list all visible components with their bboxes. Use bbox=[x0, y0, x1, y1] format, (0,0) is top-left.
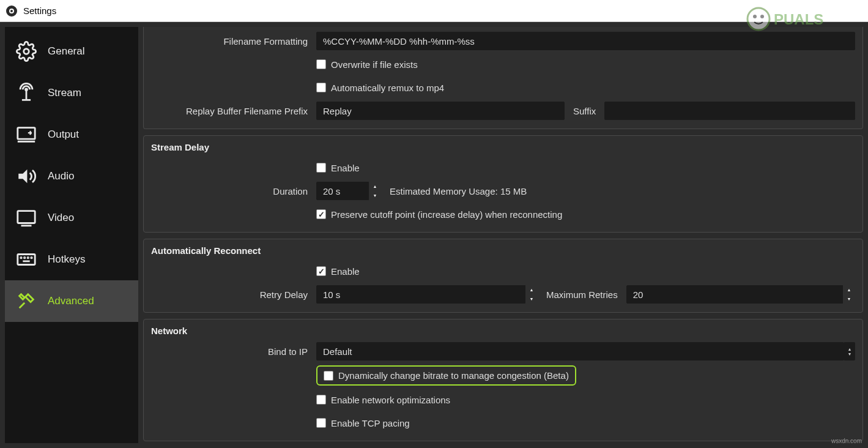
svg-point-13 bbox=[31, 257, 32, 258]
max-retries-input[interactable] bbox=[626, 285, 843, 304]
checkbox-icon bbox=[316, 163, 326, 173]
sidebar-item-label: Stream bbox=[48, 87, 81, 99]
dynamic-bitrate-label: Dynamically change bitrate to manage con… bbox=[338, 370, 569, 381]
auto-remux-checkbox[interactable]: Automatically remux to mp4 bbox=[316, 83, 444, 93]
tcp-pacing-checkbox[interactable]: Enable TCP pacing bbox=[316, 418, 410, 428]
svg-rect-7 bbox=[18, 211, 35, 223]
svg-marker-6 bbox=[18, 170, 27, 184]
sidebar-item-video[interactable]: Video bbox=[5, 197, 138, 239]
replay-prefix-label: Replay Buffer Filename Prefix bbox=[151, 106, 311, 116]
svg-rect-9 bbox=[18, 255, 35, 265]
retry-delay-spinner[interactable]: ▲ ▼ bbox=[316, 285, 538, 304]
svg-point-12 bbox=[28, 257, 28, 258]
broadcast-icon bbox=[13, 80, 39, 106]
svg-point-1 bbox=[26, 89, 28, 91]
sidebar-item-label: General bbox=[48, 45, 84, 58]
bind-ip-label: Bind to IP bbox=[151, 346, 311, 357]
max-retries-spinner[interactable]: ▲ ▼ bbox=[626, 285, 855, 304]
svg-point-11 bbox=[24, 257, 24, 258]
retry-delay-label: Retry Delay bbox=[151, 289, 311, 300]
bind-ip-select[interactable]: Default ▲▼ bbox=[316, 342, 855, 360]
enable-label: Enable bbox=[331, 266, 360, 277]
sidebar-item-general[interactable]: General bbox=[5, 31, 138, 72]
sidebar-item-label: Video bbox=[48, 212, 74, 224]
sidebar-item-audio[interactable]: Audio bbox=[5, 155, 138, 197]
watermark-url: wsxdn.com bbox=[831, 438, 862, 444]
sidebar-item-advanced[interactable]: Advanced bbox=[5, 280, 138, 322]
network-title: Network bbox=[151, 326, 855, 336]
gear-icon bbox=[13, 39, 39, 64]
checkbox-icon bbox=[316, 83, 326, 92]
sidebar-item-output[interactable]: Output bbox=[5, 114, 138, 155]
auto-reconnect-title: Automatically Reconnect bbox=[151, 245, 855, 256]
settings-content: Filename Formatting Overwrite if file ex… bbox=[143, 27, 863, 443]
overwrite-label: Overwrite if file exists bbox=[331, 59, 418, 70]
duration-label: Duration bbox=[151, 186, 311, 196]
window-titlebar: Settings bbox=[0, 0, 868, 22]
stream-delay-title: Stream Delay bbox=[151, 142, 855, 152]
overwrite-checkbox[interactable]: Overwrite if file exists bbox=[316, 59, 418, 70]
audio-icon bbox=[13, 163, 39, 189]
network-group: Network Bind to IP Default ▲▼ bbox=[143, 319, 863, 441]
replay-prefix-input[interactable] bbox=[316, 102, 565, 120]
sidebar-item-stream[interactable]: Stream bbox=[5, 72, 138, 114]
spinner-buttons[interactable]: ▲ ▼ bbox=[525, 285, 538, 304]
output-icon bbox=[13, 122, 39, 147]
enable-label: Enable bbox=[331, 163, 360, 173]
svg-point-10 bbox=[21, 257, 21, 258]
video-icon bbox=[13, 205, 39, 231]
sidebar-item-hotkeys[interactable]: Hotkeys bbox=[5, 239, 138, 280]
checkbox-icon bbox=[316, 395, 326, 405]
filename-formatting-label: Filename Formatting bbox=[151, 36, 311, 47]
checkbox-checked-icon bbox=[316, 209, 326, 219]
window-title: Settings bbox=[23, 6, 56, 16]
reconnect-enable-checkbox[interactable]: Enable bbox=[316, 266, 360, 277]
spin-up-icon[interactable]: ▲ bbox=[843, 285, 855, 294]
duration-input[interactable] bbox=[316, 182, 369, 200]
sidebar-item-label: Hotkeys bbox=[48, 253, 85, 266]
stream-delay-group: Stream Delay Enable Duration ▲ bbox=[143, 135, 863, 233]
tools-icon bbox=[13, 288, 39, 314]
svg-point-0 bbox=[24, 49, 29, 54]
sidebar-item-label: Audio bbox=[48, 170, 74, 182]
checkbox-checked-icon bbox=[316, 266, 326, 276]
spinner-buttons[interactable]: ▲ ▼ bbox=[369, 182, 381, 200]
dynamic-bitrate-checkbox[interactable]: Dynamically change bitrate to manage con… bbox=[324, 370, 569, 381]
auto-reconnect-group: Automatically Reconnect Enable Retry Del… bbox=[143, 239, 863, 313]
checkbox-icon bbox=[324, 371, 333, 381]
stream-delay-enable-checkbox[interactable]: Enable bbox=[316, 163, 360, 173]
select-arrows-icon: ▲▼ bbox=[844, 342, 855, 360]
spin-down-icon[interactable]: ▼ bbox=[843, 294, 855, 304]
app-body: General Stream Output Audio Video bbox=[0, 22, 868, 448]
network-opt-checkbox[interactable]: Enable network optimizations bbox=[316, 395, 450, 405]
spin-up-icon[interactable]: ▲ bbox=[369, 182, 381, 191]
max-retries-label: Maximum Retries bbox=[543, 289, 621, 300]
bind-ip-value: Default bbox=[316, 342, 844, 360]
sidebar-item-label: Advanced bbox=[48, 295, 94, 307]
highlighted-option: Dynamically change bitrate to manage con… bbox=[316, 365, 576, 386]
memory-usage-label: Estimated Memory Usage: 15 MB bbox=[386, 186, 530, 196]
tcp-pacing-label: Enable TCP pacing bbox=[331, 418, 410, 428]
duration-spinner[interactable]: ▲ ▼ bbox=[316, 182, 381, 200]
spinner-buttons[interactable]: ▲ ▼ bbox=[843, 285, 855, 304]
svg-rect-4 bbox=[18, 128, 35, 139]
checkbox-icon bbox=[316, 59, 326, 69]
checkbox-icon bbox=[316, 418, 326, 428]
spin-down-icon[interactable]: ▼ bbox=[369, 191, 381, 200]
preserve-cutoff-checkbox[interactable]: Preserve cutoff point (increase delay) w… bbox=[316, 209, 562, 220]
filename-formatting-input[interactable] bbox=[316, 32, 855, 50]
sidebar-item-label: Output bbox=[48, 129, 79, 141]
obs-icon bbox=[6, 6, 17, 17]
spin-up-icon[interactable]: ▲ bbox=[525, 285, 538, 294]
settings-sidebar: General Stream Output Audio Video bbox=[5, 27, 138, 443]
suffix-input[interactable] bbox=[604, 102, 855, 120]
network-opt-label: Enable network optimizations bbox=[331, 395, 450, 405]
preserve-cutoff-label: Preserve cutoff point (increase delay) w… bbox=[331, 209, 562, 220]
spin-down-icon[interactable]: ▼ bbox=[525, 294, 538, 304]
keyboard-icon bbox=[13, 247, 39, 272]
auto-remux-label: Automatically remux to mp4 bbox=[331, 83, 444, 93]
recording-group: Filename Formatting Overwrite if file ex… bbox=[143, 27, 863, 129]
suffix-label: Suffix bbox=[569, 106, 599, 116]
retry-delay-input[interactable] bbox=[316, 285, 525, 304]
